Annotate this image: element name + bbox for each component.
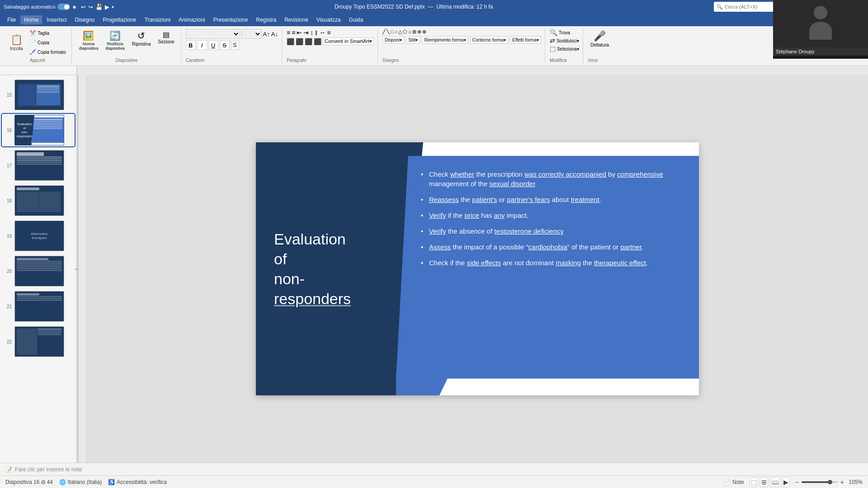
align-right-icon[interactable]: ⬛ [305, 38, 312, 45]
slide-num-22: 22 [3, 339, 12, 344]
ribbon-group-voce: 🎤 Dettatura Voce [584, 28, 615, 64]
horizontal-ruler [77, 66, 868, 75]
reuse-slide-button[interactable]: 🔄 Riutilizzadiapositiva [103, 29, 127, 52]
effetti-button[interactable]: Effetti forma▾ [510, 36, 541, 44]
bullet-list-icon[interactable]: ≡ [287, 29, 290, 36]
redo-icon[interactable]: ↪ [88, 4, 93, 10]
disponi-button[interactable]: Disponi▾ [382, 36, 404, 44]
contorno-button[interactable]: Contorno forma▾ [470, 36, 508, 44]
slide-canvas[interactable]: Evaluation of non- responders • Check wh… [256, 142, 699, 395]
notes-bar[interactable]: 📝 Fare clic per inserire le note [0, 463, 868, 475]
columns-icon[interactable]: ⫿ [315, 29, 318, 36]
slideshow-button[interactable]: ▶ [782, 477, 790, 487]
copy-button[interactable]: 📄Copia [28, 38, 68, 47]
copy-format-button[interactable]: 🖌️Copia formato [28, 48, 68, 56]
slide-thumb-22[interactable]: 22 [2, 325, 75, 358]
zoom-level[interactable]: 105% [847, 479, 863, 485]
normal-view-button[interactable]: ⬚ [750, 477, 758, 487]
align-left-icon[interactable]: ⬛ [287, 38, 294, 45]
slide-thumb-21[interactable]: 21 [2, 290, 75, 323]
reading-view-button[interactable]: 📖 [770, 477, 780, 487]
font-size-select[interactable] [241, 29, 262, 39]
justify-icon[interactable]: ⬛ [314, 38, 321, 45]
notes-toggle[interactable]: 📄 Note [724, 479, 744, 485]
title-bar: Salvataggio automatico ● ↩ ↪ 💾 ▶ ▾ Droup… [0, 0, 868, 14]
accessibility-indicator[interactable]: ♿ Accessibilità: verifica [108, 479, 167, 485]
align-text-icon[interactable]: ≡ [327, 29, 330, 36]
sostituisci-button[interactable]: ⇄Sostituisci▾ [550, 37, 579, 44]
slide-sorter-button[interactable]: ⊞ [760, 477, 768, 487]
menu-progettazione[interactable]: Progettazione [99, 15, 140, 24]
slide-thumb-20[interactable]: 20 [2, 255, 75, 287]
title-line1: Evaluation [274, 229, 351, 249]
menu-visualizza[interactable]: Visualizza [313, 15, 344, 24]
indent-decrease-icon[interactable]: ⇤ [297, 29, 302, 36]
language-indicator[interactable]: 🌐 Italiano (Italia) [59, 479, 102, 485]
slide-thumb-16[interactable]: 16 Evaluationofnon-responders [2, 114, 75, 146]
dettatura-button[interactable]: 🎤 Dettatura [588, 29, 612, 49]
title-line3: non- [274, 269, 351, 289]
seleziona-button[interactable]: ⬚Seleziona▾ [550, 45, 579, 52]
autosave-toggle[interactable]: Salvataggio automatico ● [4, 3, 76, 10]
zoom-in-button[interactable]: + [840, 479, 844, 486]
ruler-area [0, 66, 868, 75]
menu-disegno[interactable]: Disegno [71, 15, 98, 24]
title-line4: responders [274, 289, 351, 309]
ribbon: 📋 Incolla ✂️Taglia 📄Copia 🖌️Copia format… [0, 26, 868, 66]
toggle-switch[interactable] [57, 4, 70, 10]
text-direction-icon[interactable]: ↔ [319, 29, 326, 36]
disegno-label: Disegno [382, 58, 541, 63]
cut-button[interactable]: ✂️Taglia [28, 29, 68, 37]
shape-tools: ╱╲ □○ △⬠ ⌂⊞ ⊕⊗ [382, 29, 426, 35]
file-name: Droupy Topo ESSM2022 SD Def.pptx [335, 4, 425, 10]
menu-transizioni[interactable]: Transizioni [141, 15, 174, 24]
italic-button[interactable]: I [197, 40, 207, 50]
more-icon[interactable]: ▾ [112, 5, 114, 9]
slide-thumb-17[interactable]: 17 [2, 149, 75, 182]
line-spacing-icon[interactable]: ↕ [310, 29, 313, 36]
save-icon[interactable]: 💾 [95, 4, 103, 10]
zoom-control: − + 105% [795, 479, 863, 486]
riempimento-button[interactable]: Riempimento forma▾ [422, 36, 468, 44]
ribbon-group-diapositive: 🖼️ Nuovadiapositiva 🔄 Riutilizzadiaposit… [73, 28, 181, 64]
undo-icon[interactable]: ↩ [81, 4, 86, 10]
slide-thumb-19[interactable]: 19 Alternativetherapies [2, 220, 75, 252]
convert-smartart-icon[interactable]: Converti in SmartArt▾ [323, 38, 374, 45]
ribbon-group-appunti: 📋 Incolla ✂️Taglia 📄Copia 🖌️Copia format… [4, 28, 72, 64]
underline-button[interactable]: U [208, 40, 218, 50]
paste-button[interactable]: 📋 Incolla [7, 33, 26, 52]
menu-bar: File Home Inserisci Disegno Progettazion… [0, 14, 868, 26]
increase-font-icon[interactable]: A↑ [263, 31, 270, 38]
trova-button[interactable]: 🔍Trova [550, 29, 579, 36]
align-center-icon[interactable]: ⬛ [296, 38, 303, 45]
bullet-5: • Assess the impact of a possible "cardi… [421, 242, 683, 252]
font-family-select[interactable] [186, 29, 240, 39]
reset-button[interactable]: ↺ Ripristina [129, 29, 154, 48]
accessibility-icon: ♿ [108, 479, 115, 485]
strikethrough-button[interactable]: S [220, 40, 230, 50]
section-button[interactable]: ▤ Sezione [155, 29, 177, 46]
zoom-slider-thumb[interactable] [828, 480, 832, 484]
text-shadow-button[interactable]: S [231, 41, 239, 50]
menu-presentazione[interactable]: Presentazione [210, 15, 252, 24]
indent-increase-icon[interactable]: ⇥ [303, 29, 309, 36]
menu-animazioni[interactable]: Animazioni [175, 15, 209, 24]
zoom-slider-track[interactable] [802, 481, 838, 483]
menu-revisione[interactable]: Revisione [281, 15, 312, 24]
menu-file[interactable]: File [4, 15, 19, 24]
webcam-video [773, 0, 868, 47]
slide-thumb-15[interactable]: 15 [2, 79, 75, 111]
menu-inserisci[interactable]: Inserisci [43, 15, 70, 24]
menu-home[interactable]: Home [20, 15, 42, 24]
numbered-list-icon[interactable]: ≡ [292, 29, 295, 36]
slide-thumb-18[interactable]: 18 [2, 184, 75, 217]
stili-button[interactable]: Stili▾ [406, 36, 420, 44]
decrease-font-icon[interactable]: A↓ [271, 31, 278, 38]
new-slide-button[interactable]: 🖼️ Nuovadiapositiva [76, 29, 101, 52]
present-icon[interactable]: ▶ [105, 4, 109, 10]
bold-button[interactable]: B [186, 40, 196, 50]
carattere-label: Carattere [186, 58, 278, 63]
menu-guida[interactable]: Guida [345, 15, 367, 24]
menu-registra[interactable]: Registra [252, 15, 280, 24]
zoom-out-button[interactable]: − [795, 479, 799, 486]
